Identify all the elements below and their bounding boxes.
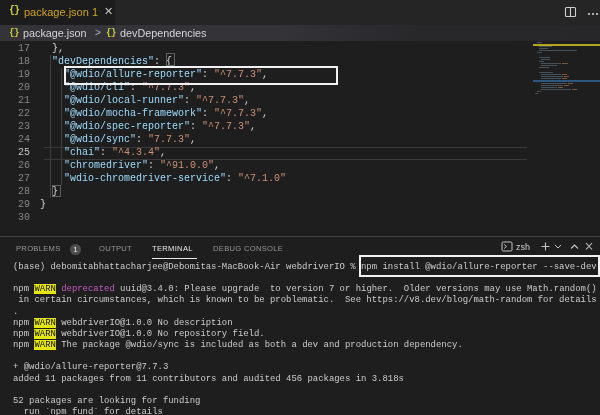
svg-text:zsh: zsh: [516, 242, 530, 252]
